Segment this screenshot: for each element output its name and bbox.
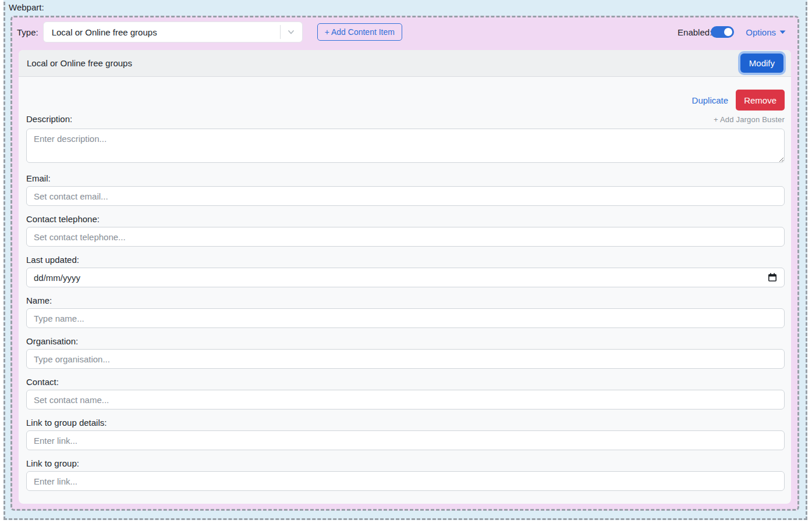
link-group-field-group: Link to group:: [26, 459, 785, 491]
content-item-body: Duplicate Remove Description: + Add Jarg…: [19, 77, 791, 491]
email-field-group: Email:: [26, 174, 785, 206]
enabled-label: Enabled:: [678, 27, 712, 37]
name-field-group: Name:: [26, 296, 785, 328]
organisation-label: Organisation:: [26, 337, 785, 346]
description-textarea[interactable]: [26, 129, 785, 163]
last-updated-field-group: Last updated:: [26, 255, 785, 287]
link-details-field-group: Link to group details:: [26, 418, 785, 450]
type-label: Type:: [17, 27, 38, 37]
email-label: Email:: [26, 174, 785, 183]
item-action-row: Duplicate Remove: [26, 90, 785, 111]
link-group-label: Link to group:: [26, 459, 785, 468]
options-button[interactable]: Options: [746, 27, 786, 37]
contact-field-group: Contact:: [26, 378, 785, 410]
toggle-knob: [724, 28, 732, 36]
enabled-toggle[interactable]: [711, 26, 734, 38]
webpart-container: Type: Local or Online free groups + Add …: [10, 16, 799, 511]
last-updated-label: Last updated:: [26, 255, 785, 265]
modify-button[interactable]: Modify: [740, 54, 783, 73]
contact-input[interactable]: [26, 390, 785, 410]
remove-button[interactable]: Remove: [736, 90, 785, 111]
telephone-label: Contact telephone:: [26, 215, 785, 224]
organisation-field-group: Organisation:: [26, 337, 785, 369]
caret-down-icon: [779, 30, 786, 34]
last-updated-date-input[interactable]: [26, 268, 785, 287]
duplicate-link[interactable]: Duplicate: [692, 95, 729, 105]
webpart-toolbar: Type: Local or Online free groups + Add …: [17, 22, 786, 42]
type-select-value: Local or Online free groups: [52, 27, 280, 37]
options-label: Options: [746, 27, 776, 37]
add-jargon-buster-link[interactable]: + Add Jargon Buster: [714, 115, 785, 124]
description-label-row: Description: + Add Jargon Buster: [26, 115, 785, 124]
description-label: Description:: [26, 115, 72, 124]
webpart-label: Webpart:: [9, 2, 44, 12]
link-details-input[interactable]: [26, 430, 785, 450]
email-input[interactable]: [26, 186, 785, 206]
organisation-input[interactable]: [26, 349, 785, 369]
link-details-label: Link to group details:: [26, 418, 785, 428]
content-item-card: Local or Online free groups Modify Dupli…: [19, 50, 791, 504]
type-select[interactable]: Local or Online free groups: [43, 22, 303, 42]
telephone-input[interactable]: [26, 227, 785, 247]
contact-label: Contact:: [26, 378, 785, 387]
add-content-item-button[interactable]: + Add Content Item: [317, 23, 402, 41]
content-item-header: Local or Online free groups Modify: [19, 50, 791, 77]
link-group-input[interactable]: [26, 471, 785, 491]
name-label: Name:: [26, 296, 785, 305]
name-input[interactable]: [26, 308, 785, 328]
calendar-icon[interactable]: [768, 273, 777, 282]
chevron-down-icon: [281, 28, 302, 36]
telephone-field-group: Contact telephone:: [26, 215, 785, 247]
content-item-title: Local or Online free groups: [27, 58, 740, 68]
last-updated-date-wrap: [26, 268, 785, 287]
